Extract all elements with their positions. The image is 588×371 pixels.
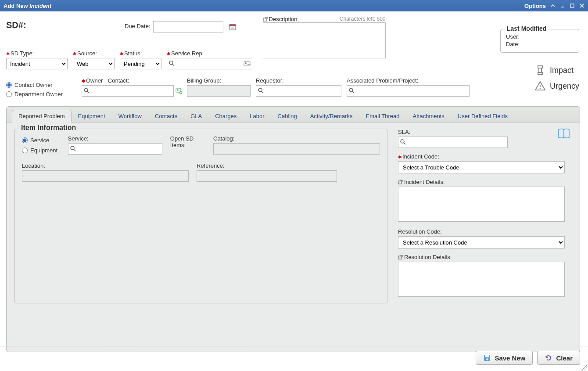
tab-gla[interactable]: GLA xyxy=(184,110,208,122)
svg-point-30 xyxy=(258,88,262,92)
tab-equipment[interactable]: Equipment xyxy=(72,110,112,122)
footer-divider xyxy=(0,346,588,346)
sd-type-select[interactable]: Incident xyxy=(6,58,68,69)
incident-code-select[interactable]: Select a Trouble Code xyxy=(398,161,565,173)
open-sd-label: Open SD Items: xyxy=(170,135,205,148)
svg-point-26 xyxy=(177,89,179,91)
reference-input[interactable] xyxy=(197,170,337,182)
options-button[interactable]: Options xyxy=(523,3,546,9)
item-information-box: Item Information Service Equipment xyxy=(14,129,387,303)
service-input[interactable] xyxy=(78,144,160,154)
assoc-input[interactable] xyxy=(357,86,467,96)
popout-icon[interactable] xyxy=(398,255,403,260)
billing-group-label: Billing Group: xyxy=(187,77,251,84)
resolution-details-label: Resolution Details: xyxy=(404,254,452,260)
clear-button[interactable]: Clear xyxy=(537,351,580,365)
calendar-icon[interactable] xyxy=(229,23,237,31)
svg-point-20 xyxy=(245,62,247,64)
due-date-group: Due Date: xyxy=(125,16,237,32)
incident-code-label: Incident Code: xyxy=(398,153,572,160)
tab-workflow[interactable]: Workflow xyxy=(112,110,148,122)
service-radio[interactable] xyxy=(22,137,28,143)
billing-group-input[interactable] xyxy=(187,85,251,97)
close-icon[interactable] xyxy=(579,3,584,8)
contact-owner-radio-row[interactable]: Contact Owner xyxy=(6,82,76,88)
search-icon xyxy=(400,139,406,145)
equipment-radio-label: Equipment xyxy=(30,147,57,154)
department-owner-radio[interactable] xyxy=(6,91,12,97)
tab-reported-problem[interactable]: Reported Problem xyxy=(12,110,72,122)
svg-rect-21 xyxy=(247,63,250,63)
service-lookup[interactable] xyxy=(68,143,162,155)
owner-contact-input[interactable] xyxy=(92,86,172,96)
svg-rect-6 xyxy=(229,25,236,26)
service-radio-row[interactable]: Service xyxy=(22,137,60,144)
popout-icon[interactable] xyxy=(398,180,403,185)
svg-rect-4 xyxy=(570,4,574,7)
owner-contact-lookup[interactable] xyxy=(82,85,174,97)
tab-email-thread[interactable]: Email Thread xyxy=(359,110,406,122)
impact-button[interactable]: Impact xyxy=(534,64,579,76)
service-rep-label: Service Rep: xyxy=(167,50,252,57)
resize-grip[interactable] xyxy=(581,364,587,370)
popout-icon[interactable] xyxy=(263,17,268,22)
tab-activity-remarks[interactable]: Activity/Remarks xyxy=(304,110,359,122)
right-column: SLA: Incident Code: Select a Trouble Cod… xyxy=(398,129,572,303)
svg-line-35 xyxy=(74,149,75,151)
sla-lookup[interactable] xyxy=(398,137,508,148)
add-contact-icon[interactable] xyxy=(175,87,183,95)
tab-attachments[interactable]: Attachments xyxy=(406,110,451,122)
assoc-lookup[interactable] xyxy=(347,85,470,97)
save-new-button[interactable]: Save New xyxy=(476,351,533,365)
search-icon xyxy=(84,88,90,94)
tab-user-defined-fields[interactable]: User Defined Fields xyxy=(451,110,514,122)
sla-input[interactable] xyxy=(408,137,506,147)
location-input[interactable] xyxy=(22,170,189,182)
requestor-lookup[interactable] xyxy=(256,85,341,97)
search-icon xyxy=(258,88,264,94)
due-date-input[interactable] xyxy=(153,21,223,32)
footer-buttons: Save New Clear xyxy=(476,351,580,365)
service-rep-lookup[interactable] xyxy=(167,58,252,69)
tab-contacts[interactable]: Contacts xyxy=(148,110,184,122)
svg-point-23 xyxy=(84,88,88,92)
chevron-up-icon[interactable] xyxy=(550,3,556,8)
source-select[interactable]: Web xyxy=(73,58,115,69)
assoc-label: Associated Problem/Project: xyxy=(347,77,470,84)
field-row-2: Contact Owner Department Owner Owner - C… xyxy=(6,77,470,97)
minimize-icon[interactable] xyxy=(560,3,565,8)
titlebar: Add New Incident Options xyxy=(0,0,588,11)
requestor-input[interactable] xyxy=(265,86,341,96)
contact-owner-label: Contact Owner xyxy=(14,82,53,88)
impact-icon xyxy=(534,64,546,76)
service-rep-input[interactable] xyxy=(176,59,252,68)
owner-contact-label: Owner - Contact: xyxy=(82,77,174,84)
catalog-input[interactable] xyxy=(213,143,380,155)
titlebar-controls: Options xyxy=(523,3,584,9)
status-label: Status: xyxy=(120,50,161,57)
department-owner-radio-row[interactable]: Department Owner xyxy=(6,91,76,97)
incident-details-textarea[interactable] xyxy=(398,187,565,222)
svg-line-31 xyxy=(262,91,263,93)
equipment-radio[interactable] xyxy=(22,148,28,153)
urgency-button[interactable]: Urgency xyxy=(534,80,579,92)
equipment-radio-row[interactable]: Equipment xyxy=(22,147,60,154)
source-label: Source: xyxy=(73,50,115,57)
contact-card-icon[interactable] xyxy=(243,60,251,68)
description-textarea[interactable] xyxy=(263,22,386,58)
tab-charges[interactable]: Charges xyxy=(208,110,243,122)
service-radio-label: Service xyxy=(30,137,49,144)
book-icon[interactable] xyxy=(557,128,570,140)
impact-urgency-block: Impact Urgency xyxy=(534,64,579,96)
resolution-code-select[interactable]: Select a Resolution Code xyxy=(398,236,565,249)
search-icon xyxy=(349,88,355,94)
svg-point-34 xyxy=(71,146,74,150)
resolution-details-textarea[interactable] xyxy=(398,262,565,297)
tab-cabling[interactable]: Cabling xyxy=(271,110,304,122)
maximize-icon[interactable] xyxy=(570,3,575,8)
options-label: Options xyxy=(524,3,546,9)
status-select[interactable]: Pending xyxy=(120,58,161,69)
tab-labor[interactable]: Labor xyxy=(243,110,271,122)
contact-owner-radio[interactable] xyxy=(6,82,12,88)
svg-point-16 xyxy=(540,88,541,90)
